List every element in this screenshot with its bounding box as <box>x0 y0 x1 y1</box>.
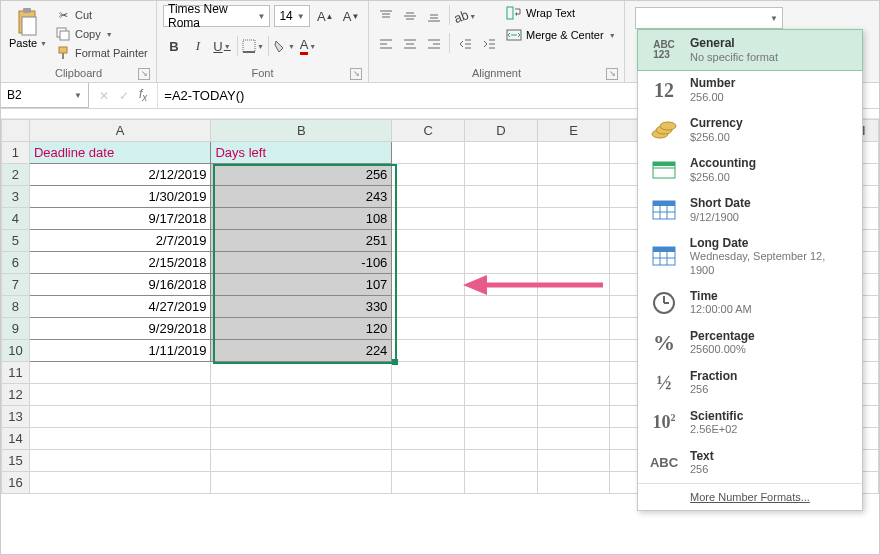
cell[interactable]: 224 <box>211 340 392 362</box>
cell[interactable] <box>537 362 610 384</box>
row-header[interactable]: 4 <box>2 208 30 230</box>
cell[interactable] <box>29 384 211 406</box>
format-option-scientific[interactable]: 102Scientific2.56E+02 <box>638 403 862 443</box>
cell[interactable] <box>392 472 465 494</box>
cell[interactable]: 9/29/2018 <box>29 318 211 340</box>
format-option-percentage[interactable]: %Percentage25600.00% <box>638 323 862 363</box>
enter-formula-icon[interactable]: ✓ <box>119 89 129 103</box>
cell[interactable] <box>537 428 610 450</box>
orientation-button[interactable]: ab▼ <box>454 5 476 27</box>
cell[interactable] <box>392 274 465 296</box>
row-header[interactable]: 9 <box>2 318 30 340</box>
cell[interactable] <box>465 230 538 252</box>
align-top-button[interactable] <box>375 5 397 27</box>
merge-center-button[interactable]: Merge & Center▼ <box>506 27 616 43</box>
cell[interactable] <box>392 164 465 186</box>
increase-font-button[interactable]: A▲ <box>314 5 336 27</box>
cell[interactable]: 2/7/2019 <box>29 230 211 252</box>
cell[interactable] <box>392 252 465 274</box>
cell[interactable] <box>465 164 538 186</box>
bold-button[interactable]: B <box>163 35 185 57</box>
cell[interactable]: 330 <box>211 296 392 318</box>
align-right-button[interactable] <box>423 33 445 55</box>
cell[interactable] <box>29 472 211 494</box>
copy-button[interactable]: Copy▼ <box>55 26 148 42</box>
cell[interactable] <box>392 384 465 406</box>
col-header[interactable]: A <box>29 120 211 142</box>
dialog-launcher-icon[interactable]: ↘ <box>350 68 362 80</box>
align-bottom-button[interactable] <box>423 5 445 27</box>
cell[interactable] <box>465 384 538 406</box>
row-header[interactable]: 13 <box>2 406 30 428</box>
cell[interactable] <box>465 340 538 362</box>
row-header[interactable]: 15 <box>2 450 30 472</box>
row-header[interactable]: 14 <box>2 428 30 450</box>
cell[interactable]: 120 <box>211 318 392 340</box>
format-option-currency[interactable]: Currency$256.00 <box>638 110 862 150</box>
row-header[interactable]: 2 <box>2 164 30 186</box>
cell[interactable]: 256 <box>211 164 392 186</box>
cell[interactable] <box>211 406 392 428</box>
cell[interactable] <box>537 230 610 252</box>
cell[interactable] <box>392 186 465 208</box>
select-all-corner[interactable] <box>2 120 30 142</box>
underline-button[interactable]: U▼ <box>211 35 233 57</box>
format-painter-button[interactable]: Format Painter <box>55 45 148 61</box>
cell[interactable] <box>465 142 538 164</box>
cell[interactable]: 108 <box>211 208 392 230</box>
col-header[interactable]: D <box>465 120 538 142</box>
cell[interactable] <box>537 252 610 274</box>
cell[interactable] <box>537 164 610 186</box>
cell[interactable]: 9/16/2018 <box>29 274 211 296</box>
cell[interactable] <box>537 208 610 230</box>
cell[interactable] <box>537 186 610 208</box>
cut-button[interactable]: ✂ Cut <box>55 7 148 23</box>
cell[interactable] <box>392 296 465 318</box>
cell[interactable]: -106 <box>211 252 392 274</box>
row-header[interactable]: 8 <box>2 296 30 318</box>
cell[interactable]: 243 <box>211 186 392 208</box>
cell[interactable] <box>29 450 211 472</box>
col-header[interactable]: B <box>211 120 392 142</box>
format-option-accounting[interactable]: Accounting$256.00 <box>638 150 862 190</box>
name-box[interactable]: B2▼ <box>1 83 89 108</box>
cell[interactable] <box>29 428 211 450</box>
cell[interactable]: 2/15/2018 <box>29 252 211 274</box>
cell[interactable] <box>211 450 392 472</box>
cell[interactable] <box>465 318 538 340</box>
decrease-indent-button[interactable] <box>454 33 476 55</box>
borders-button[interactable]: ▼ <box>242 35 264 57</box>
font-color-button[interactable]: A▼ <box>297 35 319 57</box>
row-header[interactable]: 5 <box>2 230 30 252</box>
row-header[interactable]: 7 <box>2 274 30 296</box>
row-header[interactable]: 11 <box>2 362 30 384</box>
cell[interactable] <box>465 406 538 428</box>
dialog-launcher-icon[interactable]: ↘ <box>138 68 150 80</box>
format-option-time[interactable]: Time12:00:00 AM <box>638 283 862 323</box>
cell[interactable] <box>211 362 392 384</box>
dialog-launcher-icon[interactable]: ↘ <box>606 68 618 80</box>
cell[interactable] <box>392 428 465 450</box>
cell[interactable] <box>211 428 392 450</box>
cell[interactable] <box>537 340 610 362</box>
cell[interactable] <box>392 208 465 230</box>
cell[interactable] <box>392 362 465 384</box>
cell[interactable] <box>537 472 610 494</box>
cell[interactable] <box>537 318 610 340</box>
cell[interactable]: 1/11/2019 <box>29 340 211 362</box>
cell[interactable] <box>29 362 211 384</box>
cell[interactable] <box>465 428 538 450</box>
cell[interactable] <box>537 142 610 164</box>
cell[interactable]: 1/30/2019 <box>29 186 211 208</box>
cell[interactable] <box>537 296 610 318</box>
cell[interactable]: Deadline date <box>29 142 211 164</box>
row-header[interactable]: 16 <box>2 472 30 494</box>
increase-indent-button[interactable] <box>478 33 500 55</box>
decrease-font-button[interactable]: A▼ <box>340 5 362 27</box>
align-center-button[interactable] <box>399 33 421 55</box>
cell[interactable] <box>392 450 465 472</box>
cell[interactable] <box>211 472 392 494</box>
cell[interactable] <box>465 362 538 384</box>
fill-color-button[interactable]: ▼ <box>273 35 295 57</box>
cell[interactable]: 9/17/2018 <box>29 208 211 230</box>
